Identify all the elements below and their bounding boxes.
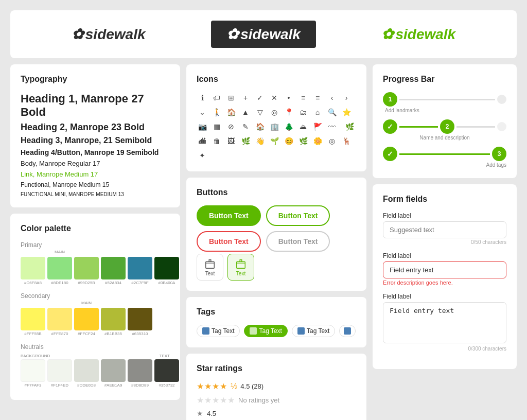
wave-icon: 〰: [326, 121, 338, 132]
tags-row: Tag Text Tag Text Tag Text: [197, 325, 356, 337]
outline-green-button[interactable]: Button Text: [266, 205, 330, 226]
progress-bar-panel: Progress Bar 1 Add landmarks: [373, 64, 517, 178]
color-item: #353732: [154, 359, 179, 388]
arrow-down-icon: ▽: [254, 107, 266, 118]
list-icon: ≡: [312, 92, 323, 103]
color-swatch: [154, 257, 179, 279]
color-palette-title: Color palette: [21, 224, 170, 233]
field-3-label: Field label: [383, 293, 506, 300]
step-2-line-right: [456, 126, 495, 128]
rating-value-1: 4.5 (28): [240, 382, 264, 390]
image-icon: 🖼: [225, 135, 237, 147]
color-hex: #FFF55B: [24, 331, 41, 336]
field-2-input[interactable]: [383, 261, 506, 278]
field-1-input[interactable]: [383, 221, 506, 238]
tag-label-1: Tag Text: [212, 327, 234, 335]
emoji-city-icon: 🏙: [197, 135, 208, 147]
camera-icon: 📷: [197, 121, 208, 132]
color-swatch: [21, 308, 45, 330]
color-hex: #99D25B: [78, 281, 95, 285]
step-1-circle: 1: [383, 92, 397, 107]
primary-button[interactable]: Button Text: [197, 205, 261, 226]
icon-buttons-row: Text Text: [197, 254, 356, 281]
step-2-group: ✓ 2 Name and description: [383, 119, 506, 141]
trash-icon: 🗑: [211, 135, 222, 147]
tag-icon-only[interactable]: [339, 325, 356, 337]
color-swatch: [101, 359, 126, 382]
target-icon: ◎: [326, 135, 338, 147]
middle-column: Icons ℹ 🏷 ⊞ + ✓ ✕ • ≡ ≡ ‹ › ⌄ 🚶 🏠 ▲: [186, 64, 366, 420]
logo-text-green: ✿ sidewalk: [381, 26, 455, 43]
stars-empty-2: ★★★★★: [197, 395, 235, 405]
field-3-textarea[interactable]: Field entry text: [383, 302, 506, 343]
form-fields-title: Form fields: [383, 195, 506, 204]
color-swatch: [128, 308, 152, 330]
color-hex: #B1BB35: [104, 331, 122, 336]
grid-icon: ▦: [211, 121, 222, 132]
tag-icon-active: [250, 327, 257, 335]
buttons-panel: Buttons Button Text Button Text Button T…: [186, 178, 366, 291]
icon-button-inactive[interactable]: Text: [197, 254, 223, 281]
primary-label: Primary: [21, 241, 170, 249]
color-item: #635310: [128, 308, 152, 336]
step-2-label: Name and description: [383, 135, 506, 141]
typography-h2: Heading 2, Manrope 23 Bold: [21, 122, 170, 133]
mountain-icon: ⛰: [297, 121, 309, 132]
outline-gray-button[interactable]: Button Text: [266, 231, 330, 252]
secondary-color-row: #FFF55B #FFE870 MAIN #FFCF24 #B1BB35: [21, 308, 170, 336]
form-field-3: Field label Field entry text 0/300 chara…: [383, 293, 506, 352]
deer-icon: 🦌: [341, 135, 352, 147]
color-hex: #D6F8A8: [24, 281, 42, 285]
field-2-label: Field label: [383, 252, 506, 259]
step-3-line: [399, 153, 490, 155]
step-3-group: ✓ 3 Add tags: [383, 147, 506, 168]
field-3-hint: 0/300 characters: [383, 346, 506, 352]
outline-red-button[interactable]: Button Text: [197, 231, 261, 252]
form-field-1: Field label 0/50 characters: [383, 212, 506, 245]
tag-icon-1: [202, 327, 209, 335]
check-icon: ✓: [254, 92, 266, 103]
color-item: #FFF55B: [21, 308, 45, 336]
color-swatch: [47, 308, 72, 330]
color-swatch: [21, 359, 45, 382]
color-swatch-main: [47, 257, 72, 279]
buttons-grid: Button Text Button Text Button Text Butt…: [197, 205, 356, 252]
tag-inactive-1[interactable]: Tag Text: [197, 325, 240, 337]
folder-icon: 🗂: [297, 107, 309, 118]
tag-active[interactable]: Tag Text: [244, 325, 287, 337]
color-item: #B1BB35: [101, 308, 126, 336]
step-2-row: ✓ 2: [383, 119, 506, 134]
progress-bar-title: Progress Bar: [383, 75, 506, 84]
chevron-down-icon: ⌄: [197, 107, 208, 118]
typography-h3: Heading 3, Manrope, 21 Semibold: [21, 136, 170, 145]
color-hex: #52A834: [105, 281, 121, 285]
info-icon: ℹ: [197, 92, 208, 103]
typography-h1: Heading 1, Manrope 27 Bold: [21, 92, 170, 119]
color-hex: #353732: [159, 383, 174, 388]
walk-icon: 🚶: [211, 107, 222, 118]
house-icon: ⌂: [312, 107, 323, 118]
menu-icon: ≡: [297, 92, 309, 103]
color-item: #DDE0D8: [74, 359, 99, 388]
emoji-plant-icon: 🌿: [344, 121, 355, 132]
edit-icon: ✎: [240, 121, 251, 132]
secondary-label: Secondary: [21, 292, 170, 300]
circle-icon: ◎: [269, 107, 280, 118]
form-fields-panel: Form fields Field label 0/50 characters …: [373, 184, 517, 369]
plus-icon: +: [240, 92, 251, 103]
plant-icon: 🌱: [269, 135, 280, 147]
tag-inactive-2[interactable]: Tag Text: [292, 325, 335, 337]
logo-light: ✿ sidewalk: [56, 21, 161, 48]
step-3-circle: 3: [492, 147, 506, 161]
tags-title: Tags: [197, 307, 356, 317]
flag-icon: 🚩: [312, 121, 323, 132]
typography-title: Typography: [21, 75, 170, 84]
color-item: #8D8D89: [128, 359, 152, 388]
color-item: #FFE870: [47, 308, 72, 336]
tag-label-2: Tag Text: [307, 327, 329, 335]
main-grid: Typography Heading 1, Manrope 27 Bold He…: [10, 64, 517, 420]
building-active-btn-icon: [235, 258, 247, 270]
typography-panel: Typography Heading 1, Manrope 27 Bold He…: [10, 64, 180, 207]
color-item: #AEB1A9: [101, 359, 126, 388]
icon-button-active[interactable]: Text: [227, 254, 254, 281]
